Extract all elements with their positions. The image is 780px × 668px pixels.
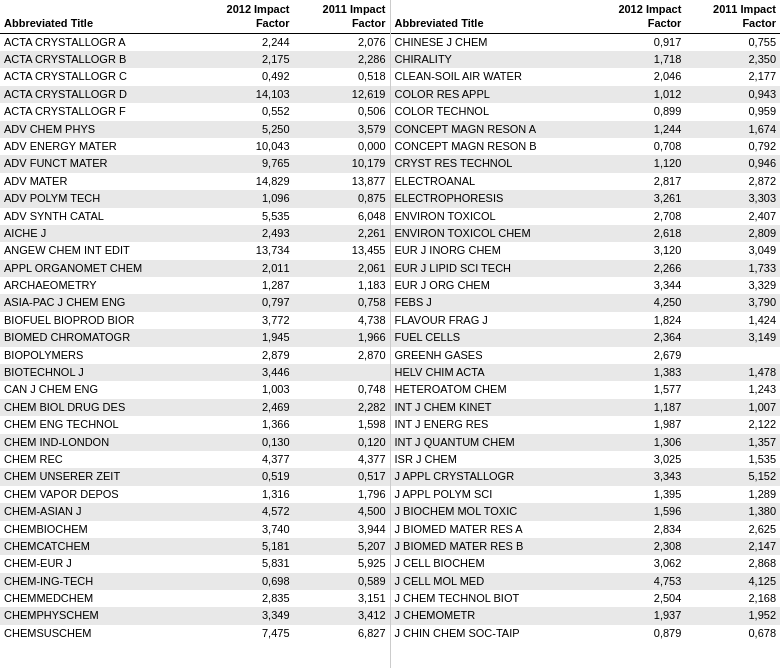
impact-2011-cell: 3,151 — [294, 590, 390, 607]
table-row: CHEM IND-LONDON0,1300,120 — [0, 434, 390, 451]
table-row: ADV FUNCT MATER9,76510,179 — [0, 155, 390, 172]
title-cell: J CHEM TECHNOL BIOT — [391, 590, 591, 607]
impact-2011-cell: 0,517 — [294, 468, 390, 485]
table-row: INT J CHEM KINET1,1871,007 — [391, 399, 781, 416]
title-cell: COLOR TECHNOL — [391, 103, 591, 120]
impact-2011-cell: 2,350 — [685, 51, 780, 68]
impact-2012-cell: 5,831 — [198, 555, 294, 572]
title-cell: CHINESE J CHEM — [391, 33, 591, 51]
impact-2011-cell: 6,827 — [294, 625, 390, 642]
table-row: CHEM-ING-TECH0,6980,589 — [0, 573, 390, 590]
impact-2012-cell: 4,377 — [198, 451, 294, 468]
impact-2012-cell: 2,504 — [591, 590, 686, 607]
impact-2011-cell: 3,790 — [685, 294, 780, 311]
impact-2011-cell: 0,755 — [685, 33, 780, 51]
impact-2012-cell: 14,103 — [198, 86, 294, 103]
impact-2011-cell: 1,952 — [685, 607, 780, 624]
impact-2012-cell: 0,879 — [591, 625, 686, 642]
impact-2011-cell: 3,329 — [685, 277, 780, 294]
impact-2012-cell: 1,718 — [591, 51, 686, 68]
impact-2012-cell: 1,987 — [591, 416, 686, 433]
impact-2011-cell: 6,048 — [294, 208, 390, 225]
impact-2011-cell — [685, 347, 780, 364]
impact-2012-cell: 1,383 — [591, 364, 686, 381]
impact-2011-cell: 2,868 — [685, 555, 780, 572]
title-cell: COLOR RES APPL — [391, 86, 591, 103]
impact-2011-cell: 1,380 — [685, 503, 780, 520]
table-row: BIOMED CHROMATOGR1,9451,966 — [0, 329, 390, 346]
impact-2012-cell: 2,817 — [591, 173, 686, 190]
title-cell: ADV ENERGY MATER — [0, 138, 198, 155]
title-cell: ACTA CRYSTALLOGR F — [0, 103, 198, 120]
main-container: Abbreviated Title 2012 ImpactFactor 2011… — [0, 0, 780, 668]
title-cell: J BIOMED MATER RES B — [391, 538, 591, 555]
impact-2012-cell: 3,025 — [591, 451, 686, 468]
impact-2012-cell: 1,244 — [591, 121, 686, 138]
table-row: HELV CHIM ACTA1,3831,478 — [391, 364, 781, 381]
title-cell: CHEM-ASIAN J — [0, 503, 198, 520]
impact-2012-cell: 3,740 — [198, 521, 294, 538]
impact-2011-cell: 1,733 — [685, 260, 780, 277]
title-cell: ELECTROPHORESIS — [391, 190, 591, 207]
impact-2012-cell: 2,266 — [591, 260, 686, 277]
table-row: ACTA CRYSTALLOGR B2,1752,286 — [0, 51, 390, 68]
impact-2011-cell: 0,792 — [685, 138, 780, 155]
left-col-2011: 2011 ImpactFactor — [294, 0, 390, 33]
impact-2011-cell: 2,872 — [685, 173, 780, 190]
table-row: AICHE J2,4932,261 — [0, 225, 390, 242]
impact-2011-cell: 4,738 — [294, 312, 390, 329]
title-cell: ENVIRON TOXICOL CHEM — [391, 225, 591, 242]
title-cell: INT J CHEM KINET — [391, 399, 591, 416]
table-row: CHIRALITY1,7182,350 — [391, 51, 781, 68]
table-row: J CHEMOMETR1,9371,952 — [391, 607, 781, 624]
title-cell: ADV FUNCT MATER — [0, 155, 198, 172]
impact-2012-cell: 2,708 — [591, 208, 686, 225]
title-cell: CHEMPHYSCHEM — [0, 607, 198, 624]
impact-2011-cell: 2,809 — [685, 225, 780, 242]
title-cell: CHEMBIOCHEM — [0, 521, 198, 538]
impact-2011-cell: 2,147 — [685, 538, 780, 555]
impact-2012-cell: 0,708 — [591, 138, 686, 155]
impact-2012-cell: 2,879 — [198, 347, 294, 364]
impact-2012-cell: 1,187 — [591, 399, 686, 416]
table-row: ACTA CRYSTALLOGR F0,5520,506 — [0, 103, 390, 120]
impact-2011-cell: 10,179 — [294, 155, 390, 172]
table-row: ELECTROPHORESIS3,2613,303 — [391, 190, 781, 207]
title-cell: J APPL CRYSTALLOGR — [391, 468, 591, 485]
left-header-row: Abbreviated Title 2012 ImpactFactor 2011… — [0, 0, 390, 33]
table-row: FLAVOUR FRAG J1,8241,424 — [391, 312, 781, 329]
impact-2011-cell: 1,478 — [685, 364, 780, 381]
title-cell: CRYST RES TECHNOL — [391, 155, 591, 172]
impact-2012-cell: 2,308 — [591, 538, 686, 555]
impact-2011-cell: 3,944 — [294, 521, 390, 538]
table-row: BIOPOLYMERS2,8792,870 — [0, 347, 390, 364]
title-cell: HETEROATOM CHEM — [391, 381, 591, 398]
impact-2011-cell: 3,303 — [685, 190, 780, 207]
impact-2012-cell: 0,552 — [198, 103, 294, 120]
title-cell: CHEM-EUR J — [0, 555, 198, 572]
table-row: ARCHAEOMETRY1,2871,183 — [0, 277, 390, 294]
impact-2012-cell: 2,011 — [198, 260, 294, 277]
impact-2012-cell: 2,835 — [198, 590, 294, 607]
impact-2012-cell: 1,316 — [198, 486, 294, 503]
impact-2011-cell: 0,959 — [685, 103, 780, 120]
impact-2012-cell: 5,181 — [198, 538, 294, 555]
table-row: COLOR RES APPL1,0120,943 — [391, 86, 781, 103]
table-row: ASIA-PAC J CHEM ENG0,7970,758 — [0, 294, 390, 311]
table-row: CHEM BIOL DRUG DES2,4692,282 — [0, 399, 390, 416]
impact-2012-cell: 1,395 — [591, 486, 686, 503]
title-cell: CHEM VAPOR DEPOS — [0, 486, 198, 503]
table-row: ADV MATER14,82913,877 — [0, 173, 390, 190]
table-row: CAN J CHEM ENG1,0030,748 — [0, 381, 390, 398]
title-cell: ANGEW CHEM INT EDIT — [0, 242, 198, 259]
impact-2011-cell: 2,177 — [685, 68, 780, 85]
impact-2011-cell: 0,506 — [294, 103, 390, 120]
impact-2012-cell: 0,130 — [198, 434, 294, 451]
title-cell: CHEM REC — [0, 451, 198, 468]
table-row: CHEMCATCHEM5,1815,207 — [0, 538, 390, 555]
impact-2012-cell: 1,366 — [198, 416, 294, 433]
left-table-body: ACTA CRYSTALLOGR A2,2442,076ACTA CRYSTAL… — [0, 33, 390, 642]
title-cell: ACTA CRYSTALLOGR C — [0, 68, 198, 85]
table-row: EUR J LIPID SCI TECH2,2661,733 — [391, 260, 781, 277]
title-cell: BIOTECHNOL J — [0, 364, 198, 381]
